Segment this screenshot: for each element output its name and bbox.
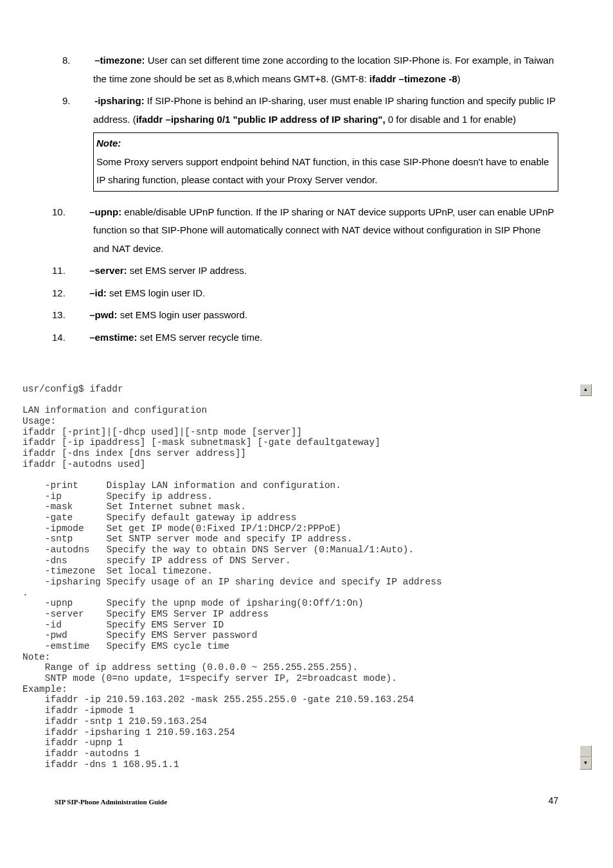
option-desc: set EMS login user ID. [107,287,205,298]
option-name: –emstime: [89,332,137,343]
option-name: –timezone: [94,55,145,66]
list-number: 10. [73,203,87,222]
option-name: –id: [89,287,107,298]
page-content: 8. –timezone: User can set different tim… [0,0,613,376]
option-name: –upnp: [89,206,121,217]
option-desc: enable/disable UPnP function. If the IP … [93,206,554,254]
list-number: 14. [73,329,87,347]
note-body: Some Proxy servers support endpoint behi… [96,153,555,190]
list-item-12: 12. –id: set EMS login user ID. [55,284,558,303]
option-desc: set EMS server IP address. [127,265,247,276]
note-box: Note: Some Proxy servers support endpoin… [93,132,558,192]
note-title: Note: [96,134,555,153]
scroll-up-icon[interactable]: ▴ [580,384,592,396]
page-number: 47 [548,795,558,806]
list-number: 12. [73,284,87,303]
option-name: -ipsharing: [94,95,145,106]
option-desc: set EMS login user password. [118,309,248,320]
option-desc: set EMS server recycle time. [137,332,262,343]
scrollbar[interactable]: ▴ ▾ [580,384,591,770]
text: 0 for disable and 1 for enable) [386,114,516,125]
option-cmd: ifaddr –timezone -8 [369,73,458,84]
scroll-thumb[interactable] [580,745,592,757]
scroll-down-icon[interactable]: ▾ [580,757,592,770]
list-item-11: 11. –server: set EMS server IP address. [55,262,558,280]
text: ) [457,73,460,84]
list-number: 8. [78,51,92,70]
list-item-8: 8. –timezone: User can set different tim… [55,51,558,88]
option-desc: User can set different time zone accordi… [93,55,554,84]
page-footer: SIP SIP-Phone Administration Guide 47 [0,795,613,825]
terminal-container: usr/config$ ifaddr LAN information and c… [22,384,591,770]
list-item-9: 9. -ipsharing: If SIP-Phone is behind an… [55,92,558,129]
list-item-10: 10. –upnp: enable/disable UPnP function.… [55,203,558,258]
option-name: –server: [89,265,127,276]
terminal-output: usr/config$ ifaddr LAN information and c… [22,384,591,770]
list-number: 13. [73,306,87,325]
list-number: 9. [78,92,92,111]
footer-title: SIP SIP-Phone Administration Guide [55,798,167,806]
option-name: –pwd: [89,309,117,320]
option-cmd: ifaddr –ipsharing 0/1 "public IP address… [136,114,386,125]
list-number: 11. [73,262,87,280]
list-item-13: 13. –pwd: set EMS login user password. [55,306,558,325]
list-item-14: 14. –emstime: set EMS server recycle tim… [55,329,558,347]
